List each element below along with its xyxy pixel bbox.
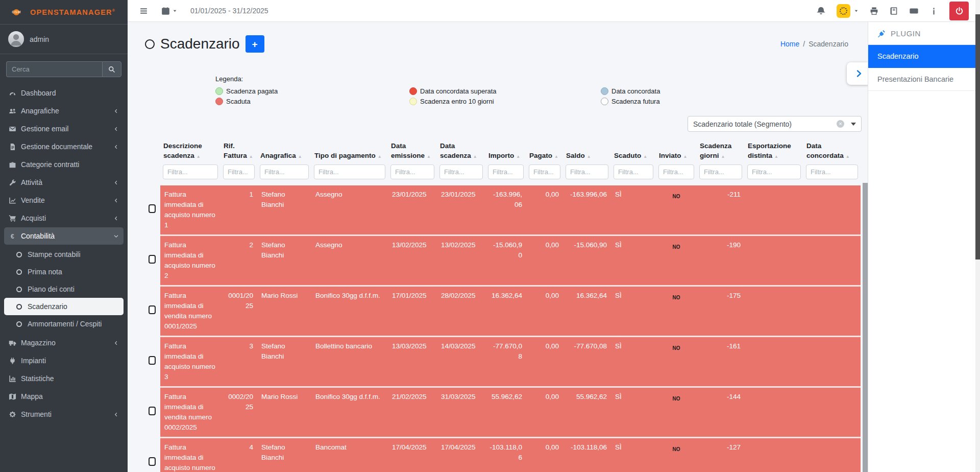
cell-importo: 16.362,64 (485, 286, 526, 337)
row-checkbox[interactable] (149, 356, 156, 365)
calendar-picker-button[interactable] (161, 6, 177, 15)
sort-icon: ▲ (197, 154, 201, 159)
filter-input-inviato[interactable] (658, 164, 694, 179)
sidebar-item-strumenti[interactable]: Strumenti (4, 406, 124, 423)
cell-scadenza: 31/03/2025 (437, 387, 485, 438)
filter-input-giorni[interactable] (699, 164, 742, 179)
brand[interactable]: OSM OpenSTAManager® (0, 0, 128, 25)
table-scrollbar[interactable] (863, 183, 868, 472)
gear-icon (9, 411, 16, 418)
plug-icon (877, 30, 886, 38)
window-scrollbar[interactable] (975, 0, 980, 472)
search-button[interactable] (102, 61, 121, 77)
filter-input-scaduto[interactable] (614, 164, 653, 179)
notifications-bell-icon[interactable] (817, 7, 825, 15)
cell-scaduto: SÌ (611, 337, 656, 387)
euro-icon: € (9, 232, 16, 240)
filter-input-anagrafica[interactable] (260, 164, 309, 179)
sidebar-item-gestione-documentale[interactable]: Gestione documentale (4, 138, 124, 155)
table-row[interactable]: Fattura immediata di vendita numero 0001… (144, 286, 861, 337)
filter-input-saldo[interactable] (566, 164, 608, 179)
column-header-inviato[interactable]: Inviato▲ (656, 140, 697, 164)
table-row[interactable]: Fattura immediata di vendita numero 0002… (144, 387, 861, 438)
filter-input-rif[interactable] (223, 164, 255, 179)
hamburger-menu-icon[interactable] (139, 7, 148, 15)
sidebar-item-attivit[interactable]: Attività (4, 174, 124, 191)
filter-input-scadenza[interactable] (439, 164, 483, 179)
date-range[interactable]: 01/01/2025 - 31/12/2025 (190, 7, 268, 15)
sidebar-item-magazzino[interactable]: Magazzino (4, 334, 124, 351)
search-input[interactable] (6, 61, 102, 77)
row-checkbox[interactable] (149, 305, 156, 314)
legend-swatch (409, 98, 417, 105)
row-checkbox[interactable] (149, 204, 156, 213)
sidebar-item-gestione-email[interactable]: Gestione email (4, 120, 124, 137)
column-header-scadenza[interactable]: Data scadenza▲ (437, 140, 485, 164)
segment-clear-icon[interactable]: × (837, 120, 844, 128)
column-header-saldo[interactable]: Saldo▲ (563, 140, 611, 164)
filter-input-esportazione[interactable] (747, 164, 801, 179)
table-row[interactable]: Fattura immediata di acquisto numero 22S… (144, 235, 861, 286)
row-checkbox[interactable] (149, 255, 156, 264)
column-header-scaduto[interactable]: Scaduto▲ (611, 140, 656, 164)
column-header-esportazione[interactable]: Esportazione distinta▲ (745, 140, 803, 164)
table-row[interactable]: Fattura immediata di acquisto numero 44S… (144, 438, 861, 472)
cell-anagrafica: Stefano Bianchi (257, 438, 311, 472)
cell-rif: 3 (220, 337, 257, 387)
window-scrollbar-thumb[interactable] (975, 14, 980, 259)
sidebar-item-statistiche[interactable]: Statistiche (4, 370, 124, 387)
sidebar-item-categorie-contratti[interactable]: Categorie contratti (4, 156, 124, 173)
sidebar-subitem-scadenzario[interactable]: Scadenzario (4, 298, 124, 315)
session-timer-dropdown[interactable] (837, 4, 859, 18)
sidebar-item-acquisti[interactable]: Acquisti (4, 209, 124, 227)
print-icon[interactable] (870, 7, 878, 15)
column-header-concordata[interactable]: Data concordata▲ (803, 140, 861, 164)
manual-book-icon[interactable] (890, 7, 898, 15)
column-header-descrizione[interactable]: Descrizione scadenza▲ (160, 140, 220, 164)
plugin-item-scadenzario[interactable]: Scadenzario (868, 45, 980, 68)
sidebar-item-contabilit[interactable]: €Contabilità (4, 227, 124, 245)
segment-select[interactable]: Scadenzario totale (Segmento) × (688, 116, 862, 132)
sidebar-item-impianti[interactable]: Impianti (4, 352, 124, 369)
column-header-anagrafica[interactable]: Anagrafica▲ (257, 140, 311, 164)
filter-input-importo[interactable] (488, 164, 524, 179)
breadcrumb-home-link[interactable]: Home (780, 40, 799, 48)
sidebar-item-dashboard[interactable]: Dashboard (4, 84, 124, 102)
sidebar-item-anagrafiche[interactable]: Anagrafiche (4, 102, 124, 120)
column-header-pagato[interactable]: Pagato▲ (526, 140, 563, 164)
cell-tipo: Bonifico 30gg d.f.f.m. (311, 286, 388, 337)
logout-power-button[interactable] (949, 2, 969, 20)
sort-icon: ▲ (774, 154, 778, 159)
user-name[interactable]: admin (30, 35, 49, 43)
filter-input-emissione[interactable] (390, 164, 434, 179)
column-header-tipo[interactable]: Tipo di pagamento▲ (311, 140, 388, 164)
keyboard-shortcuts-icon[interactable] (910, 7, 918, 15)
filter-input-descrizione[interactable] (163, 164, 218, 179)
plugin-item-presentazioni-bancarie[interactable]: Presentazioni Bancarie (868, 68, 980, 91)
table-row[interactable]: Fattura immediata di acquisto numero 33S… (144, 337, 861, 387)
column-header-rif[interactable]: Rif. Fattura▲ (220, 140, 257, 164)
cell-emissione: 13/03/2025 (388, 337, 437, 387)
row-checkbox[interactable] (149, 407, 156, 415)
sidebar-item-mappa[interactable]: Mappa (4, 388, 124, 405)
cell-giorni: -127 (697, 438, 745, 472)
sidebar-subitem-stampe-contabili[interactable]: Stampe contabili (4, 246, 124, 263)
sidebar-subitem-prima-nota[interactable]: Prima nota (4, 263, 124, 280)
table-scrollbar-thumb[interactable] (863, 183, 868, 472)
filter-input-concordata[interactable] (806, 164, 858, 179)
row-checkbox[interactable] (149, 457, 156, 466)
column-header-giorni[interactable]: Scadenza giorni▲ (697, 140, 745, 164)
user-avatar[interactable] (8, 31, 24, 47)
filter-input-pagato[interactable] (529, 164, 560, 179)
sidebar-subitem-piano-dei-conti[interactable]: Piano dei conti (4, 280, 124, 298)
sidebar-subitem-ammortamenti-cespiti[interactable]: Ammortamenti / Cespiti (4, 315, 124, 333)
info-icon[interactable] (929, 7, 938, 15)
add-record-button[interactable]: + (246, 35, 264, 53)
column-header-importo[interactable]: Importo▲ (485, 140, 526, 164)
filter-input-tipo[interactable] (314, 164, 385, 179)
legend-item: Scaduta (215, 98, 409, 105)
circle-icon (16, 252, 22, 257)
column-header-emissione[interactable]: Data emissione▲ (388, 140, 437, 164)
sidebar-item-vendite[interactable]: Vendite (4, 192, 124, 209)
table-row[interactable]: Fattura immediata di acquisto numero 11S… (144, 185, 861, 235)
